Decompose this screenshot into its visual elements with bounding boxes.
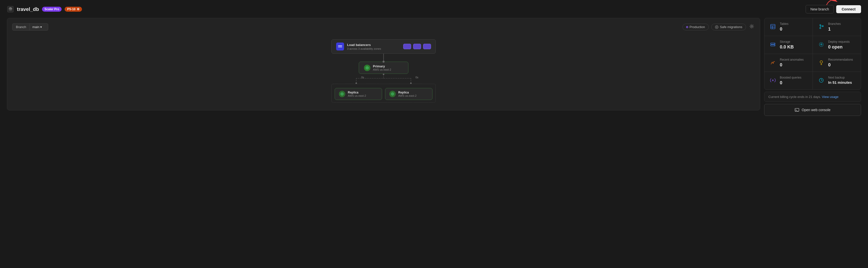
db-name: travel_db [17,6,39,12]
branches-icon [817,23,825,31]
recommendations-value: 0 [828,62,857,68]
storage-icon [769,40,777,49]
replica-2-sub: AWS us-east-2 [398,94,416,97]
stats-panel: Tables 0 Branches 1 [764,18,861,116]
svg-point-9 [367,67,368,68]
production-badge: Production [682,24,709,30]
svg-point-20 [392,93,393,94]
gear-icon: ⚙ [77,7,80,11]
primary-sub: AWS us-east-2 [373,68,391,71]
recommendations-stat: Recommendations 0 [813,54,861,71]
replica-2-info: Replica AWS us-east-2 [398,91,416,97]
console-icon [795,108,799,112]
anomalies-content: Recent anomalies 0 [780,58,808,68]
svg-point-34 [820,61,823,63]
boosted-value: 0 [780,80,808,86]
deploy-icon [817,40,825,49]
svg-rect-6 [338,46,342,46]
replicas-wrapper: Replica AWS us-east-2 Replica [332,84,436,103]
replica-node-2: Replica AWS us-east-2 [385,88,433,100]
storage-label: Storage [780,40,808,43]
production-dot-icon [686,26,688,28]
anomalies-value: 0 [780,62,808,68]
safe-migrations-badge: Safe migrations [711,24,746,30]
backup-icon [817,76,825,84]
replica-node-1: Replica AWS us-east-2 [335,88,382,100]
replica-1-title: Replica [348,91,366,94]
primary-title: Primary [373,64,391,68]
lb-nodes [403,44,431,49]
boosted-icon [769,76,777,84]
gear-icon [749,24,754,29]
lb-subtitle: 3 across 3 availability zones [347,47,400,50]
ps-badge: PS-10 ⚙ [65,7,82,12]
scaler-badge: Scaler Pro [42,7,62,12]
backup-value: In 51 minutes [828,80,857,85]
svg-rect-7 [338,47,342,48]
backup-stat: Next backup In 51 minutes [813,72,861,89]
connect-button[interactable]: Connect [836,5,861,13]
svg-point-32 [774,45,775,46]
recommendations-content: Recommendations 0 [828,58,857,68]
svg-rect-40 [795,109,799,111]
db-logo-icon [7,6,14,13]
replica-2-icon [389,91,396,97]
toolbar-right: Production Safe migrations [682,23,755,31]
lb-node-2 [413,44,421,49]
deploy-content: Deploy requests 0 open [828,40,857,50]
lb-node-1 [403,44,411,49]
branch-label: Branch [12,23,30,31]
primary-icon [364,65,370,71]
lb-title: Load balancers [347,43,400,47]
svg-point-31 [774,43,775,44]
delay-label-left: 0s [361,76,364,79]
svg-point-18 [342,93,343,94]
replica-1-icon [339,91,345,97]
view-usage-link[interactable]: View usage [822,95,838,99]
deploy-label: Deploy requests [828,40,857,43]
branch-selector[interactable]: main ▾ [30,23,48,31]
tables-content: Tables 0 [780,22,808,32]
page-header: travel_db Scaler Pro PS-10 ⚙ New branch … [7,5,861,13]
replica-1-info: Replica AWS us-east-2 [348,91,366,97]
branches-content: Branches 1 [828,22,857,32]
storage-content: Storage 0.0 KB [780,40,808,50]
header-right: New branch Connect [806,5,861,13]
anomalies-label: Recent anomalies [780,58,808,61]
recommendations-icon [817,58,825,66]
tables-value: 0 [780,27,808,32]
open-console-button[interactable]: Open web console [764,104,861,116]
branches-label: Branches [828,22,857,26]
toolbar-left: Branch main ▾ [12,23,48,31]
anomalies-stat: Recent anomalies 0 [765,54,813,71]
svg-point-14 [383,73,384,75]
svg-rect-21 [771,24,775,29]
boosted-content: Boosted queries 0 [780,76,808,86]
boosted-label: Boosted queries [780,76,808,79]
tables-label: Tables [780,22,808,26]
table-icon [769,23,777,31]
anomalies-icon [769,58,777,66]
primary-info: Primary AWS us-east-2 [373,64,391,71]
lb-node-3 [423,44,431,49]
chevron-down-icon: ▾ [40,25,42,29]
backup-label: Next backup [828,76,857,79]
diagram-toolbar: Branch main ▾ Production Safe [12,23,755,31]
connect-wrapper: Connect [836,5,861,13]
header-left: travel_db Scaler Pro PS-10 ⚙ [7,6,82,13]
load-balancer-icon [336,42,344,51]
lb-info: Load balancers 3 across 3 availability z… [347,43,400,50]
storage-stat: Storage 0.0 KB [765,36,813,54]
replica-1-sub: AWS us-east-2 [348,94,366,97]
stats-grid: Tables 0 Branches 1 [764,18,861,90]
primary-node: Primary AWS us-east-2 [359,62,408,74]
new-branch-button[interactable]: New branch [806,5,834,13]
settings-button[interactable] [748,23,755,31]
deploy-value: 0 open [828,44,857,50]
recommendations-label: Recommendations [828,58,857,61]
boosted-stat: Boosted queries 0 [765,72,813,89]
main-layout: Branch main ▾ Production Safe [7,18,861,116]
billing-notice: Current billing cycle ends in 21 days. V… [764,92,861,102]
branches-stat: Branches 1 [813,18,861,36]
replica-2-title: Replica [398,91,416,94]
